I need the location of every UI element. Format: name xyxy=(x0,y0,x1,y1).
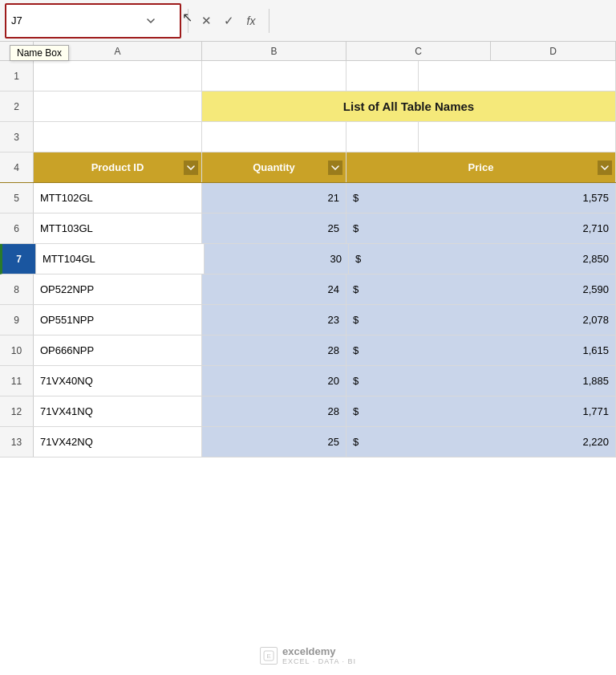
row-num-1: 1 xyxy=(0,61,34,91)
watermark: E exceldemy EXCEL · DATA · BI xyxy=(260,645,356,665)
cell-8a[interactable]: OP522NPP xyxy=(34,274,202,304)
sheet-body: 1 2 List of All Table Names 3 4 Product … xyxy=(0,61,616,457)
cell-9d[interactable]: 2,078 xyxy=(387,305,616,335)
cell-10c[interactable]: $ xyxy=(346,335,387,365)
formula-bar: Name Box ↖ ✕ ✓ fx xyxy=(0,0,616,42)
cell-3d[interactable] xyxy=(419,122,616,152)
cell-10b[interactable]: 28 xyxy=(202,335,346,365)
cell-11a[interactable]: 71VX40NQ xyxy=(34,366,202,396)
row-num-12: 12 xyxy=(0,396,34,426)
row-num-11: 11 xyxy=(0,366,34,396)
formula-function-button[interactable]: fx xyxy=(240,10,262,32)
cell-1d[interactable] xyxy=(419,61,616,91)
table-row: 2 List of All Table Names xyxy=(0,91,616,122)
table-row: 12 71VX41NQ 28 $ 1,771 xyxy=(0,396,616,427)
table-row: 5 MTT102GL 21 $ 1,575 xyxy=(0,183,616,213)
row-num-9: 9 xyxy=(0,305,34,335)
cell-3c[interactable] xyxy=(346,122,419,152)
cell-8c[interactable]: $ xyxy=(346,274,387,304)
cell-8b[interactable]: 24 xyxy=(202,274,346,304)
formula-input-separator xyxy=(269,9,270,33)
cell-9b[interactable]: 23 xyxy=(202,305,346,335)
table-row: 10 OP666NPP 28 $ 1,615 xyxy=(0,335,616,366)
name-box-dropdown-button[interactable] xyxy=(143,5,159,37)
column-headers: A B C D xyxy=(0,42,616,61)
cell-9c[interactable]: $ xyxy=(346,305,387,335)
table-row: 4 Product ID Quantity Price xyxy=(0,152,616,183)
table-row: 13 71VX42NQ 25 $ 2,220 xyxy=(0,427,616,457)
cell-11d[interactable]: 1,885 xyxy=(387,366,616,396)
cell-7a[interactable]: MTT104GL xyxy=(36,244,205,274)
cell-2a[interactable] xyxy=(34,91,202,121)
cell-6c[interactable]: $ xyxy=(346,213,387,243)
cell-8d[interactable]: 2,590 xyxy=(387,274,616,304)
name-box-tooltip: Name Box xyxy=(10,45,69,61)
cell-11b[interactable]: 20 xyxy=(202,366,346,396)
cell-3a[interactable] xyxy=(34,122,202,152)
table-row: 8 OP522NPP 24 $ 2,590 xyxy=(0,274,616,305)
cell-7d[interactable]: 2,850 xyxy=(389,244,616,274)
quantity-dropdown-button[interactable] xyxy=(328,161,342,175)
formula-separator xyxy=(188,9,188,33)
cell-12a[interactable]: 71VX41NQ xyxy=(34,396,202,426)
cell-12d[interactable]: 1,771 xyxy=(387,396,616,426)
table-row: 7 MTT104GL 30 $ 2,850 xyxy=(0,244,616,274)
table-row: 6 MTT103GL 25 $ 2,710 xyxy=(0,213,616,244)
cell-12b[interactable]: 28 xyxy=(202,396,346,426)
cell-1c[interactable] xyxy=(346,61,419,91)
cell-10a[interactable]: OP666NPP xyxy=(34,335,202,365)
cell-11c[interactable]: $ xyxy=(346,366,387,396)
name-box-input[interactable] xyxy=(6,13,143,28)
watermark-text: exceldemy EXCEL · DATA · BI xyxy=(282,645,356,665)
cell-12c[interactable]: $ xyxy=(346,396,387,426)
cell-9a[interactable]: OP551NPP xyxy=(34,305,202,335)
col-header-d[interactable]: D xyxy=(491,42,616,60)
cell-13a[interactable]: 71VX42NQ xyxy=(34,427,202,457)
formula-cancel-button[interactable]: ✕ xyxy=(195,10,217,32)
cell-5b[interactable]: 21 xyxy=(202,183,346,213)
header-quantity[interactable]: Quantity xyxy=(202,152,346,182)
cell-5a[interactable]: MTT102GL xyxy=(34,183,202,213)
col-header-b[interactable]: B xyxy=(202,42,346,60)
row-num-8: 8 xyxy=(0,274,34,304)
cell-5d[interactable]: 1,575 xyxy=(387,183,616,213)
formula-confirm-button[interactable]: ✓ xyxy=(217,10,240,32)
title-cell[interactable]: List of All Table Names xyxy=(202,91,616,121)
header-product-id[interactable]: Product ID xyxy=(34,152,202,182)
row-num-3: 3 xyxy=(0,122,34,152)
product-id-dropdown-button[interactable] xyxy=(184,161,198,175)
cell-6b[interactable]: 25 xyxy=(202,213,346,243)
row-num-13: 13 xyxy=(0,427,34,457)
row-num-4: 4 xyxy=(0,152,34,182)
cell-1a[interactable] xyxy=(34,61,202,91)
cell-3b[interactable] xyxy=(202,122,346,152)
table-row: 9 OP551NPP 23 $ 2,078 xyxy=(0,305,616,335)
svg-text:E: E xyxy=(266,653,270,660)
cell-5c[interactable]: $ xyxy=(346,183,387,213)
watermark-icon: E xyxy=(260,647,278,665)
cell-13c[interactable]: $ xyxy=(346,427,387,457)
row-num-2: 2 xyxy=(0,91,34,121)
header-price[interactable]: Price xyxy=(346,152,616,182)
cell-13d[interactable]: 2,220 xyxy=(387,427,616,457)
cell-7b[interactable]: 30 xyxy=(205,244,349,274)
cell-6a[interactable]: MTT103GL xyxy=(34,213,202,243)
cell-13b[interactable]: 25 xyxy=(202,427,346,457)
price-dropdown-button[interactable] xyxy=(598,161,612,175)
row-num-6: 6 xyxy=(0,213,34,243)
cell-7c[interactable]: $ xyxy=(349,244,389,274)
row-num-7: 7 xyxy=(2,244,36,274)
table-row: 1 xyxy=(0,61,616,91)
cell-10d[interactable]: 1,615 xyxy=(387,335,616,365)
table-row: 11 71VX40NQ 20 $ 1,885 xyxy=(0,366,616,396)
name-box-wrapper: Name Box ↖ xyxy=(5,3,181,39)
table-row: 3 xyxy=(0,122,616,152)
row-num-10: 10 xyxy=(0,335,34,365)
col-header-c[interactable]: C xyxy=(346,42,491,60)
formula-input[interactable] xyxy=(276,10,616,32)
cell-1b[interactable] xyxy=(202,61,346,91)
cell-6d[interactable]: 2,710 xyxy=(387,213,616,243)
row-num-5: 5 xyxy=(0,183,34,213)
